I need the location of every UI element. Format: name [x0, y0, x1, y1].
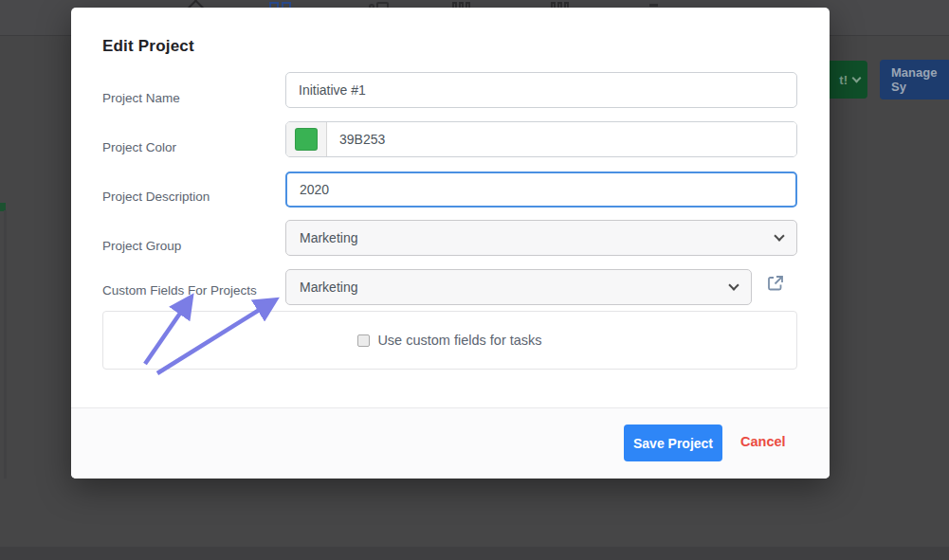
chevron-down-icon	[852, 73, 862, 82]
project-color-group	[285, 121, 797, 157]
modal-footer: Save Project Cancel	[71, 407, 830, 479]
external-link-icon[interactable]	[767, 275, 784, 292]
color-swatch-addon[interactable]	[286, 122, 327, 156]
project-color-label: Project Color	[102, 140, 176, 154]
background-panel-edge	[4, 210, 7, 479]
save-project-button[interactable]: Save Project	[624, 425, 722, 461]
manage-button-label: Manage Sy	[891, 65, 949, 94]
chevron-down-icon	[774, 230, 784, 241]
project-name-input[interactable]	[285, 72, 797, 108]
bottom-bar	[0, 547, 949, 560]
use-custom-fields-checkbox[interactable]	[357, 334, 370, 347]
edit-project-modal: Edit Project Project Name Project Color …	[71, 8, 830, 479]
project-group-select[interactable]: Marketing	[285, 220, 797, 256]
custom-fields-select[interactable]: Marketing	[285, 269, 752, 305]
project-description-label: Project Description	[102, 190, 210, 204]
custom-fields-panel: Use custom fields for tasks	[102, 311, 797, 370]
green-button-label: t!	[839, 73, 848, 87]
custom-fields-label: Custom Fields For Projects	[102, 283, 257, 298]
project-name-label: Project Name	[102, 91, 180, 105]
color-swatch	[295, 128, 318, 151]
chevron-down-icon	[728, 280, 739, 290]
project-color-input[interactable]	[327, 122, 796, 156]
project-group-label: Project Group	[102, 239, 181, 253]
project-group-value: Marketing	[300, 230, 357, 245]
custom-fields-value: Marketing	[300, 280, 357, 295]
use-custom-fields-label[interactable]: Use custom fields for tasks	[377, 333, 541, 348]
cancel-button[interactable]: Cancel	[740, 434, 786, 449]
manage-system-button: Manage Sy	[880, 60, 949, 99]
minus-icon	[649, 4, 658, 7]
modal-title: Edit Project	[102, 37, 194, 56]
project-description-input[interactable]	[285, 172, 797, 208]
